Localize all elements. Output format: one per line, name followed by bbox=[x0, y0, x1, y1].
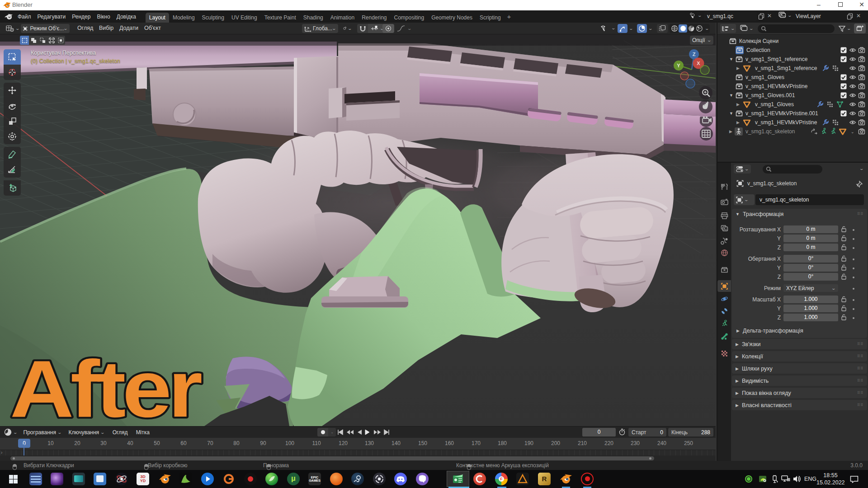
svg-text:X: X bbox=[697, 61, 700, 66]
svg-text:Z: Z bbox=[693, 52, 696, 57]
svg-text:Y: Y bbox=[677, 63, 680, 68]
svg-text:After: After bbox=[10, 344, 201, 426]
